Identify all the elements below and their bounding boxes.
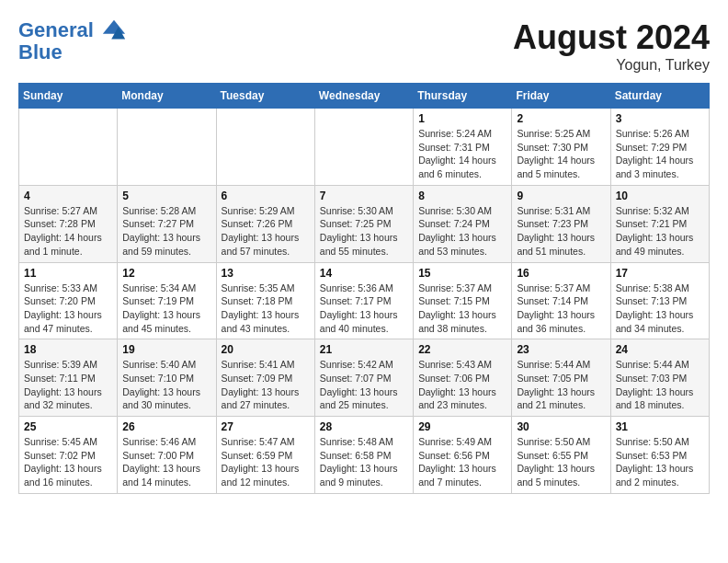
day-info: Sunrise: 5:26 AM Sunset: 7:29 PM Dayligh…: [616, 127, 704, 181]
day-info: Sunrise: 5:49 AM Sunset: 6:56 PM Dayligh…: [418, 435, 506, 489]
calendar-cell: 30Sunrise: 5:50 AM Sunset: 6:55 PM Dayli…: [512, 417, 610, 494]
day-number: 7: [320, 190, 408, 202]
day-number: 28: [320, 420, 408, 433]
svg-marker-0: [103, 20, 125, 34]
calendar-cell: 22Sunrise: 5:43 AM Sunset: 7:06 PM Dayli…: [414, 339, 512, 417]
calendar-cell: 5Sunrise: 5:28 AM Sunset: 7:27 PM Daylig…: [118, 185, 216, 262]
weekday-header-saturday: Saturday: [610, 84, 709, 109]
day-number: 22: [418, 343, 506, 356]
day-info: Sunrise: 5:27 AM Sunset: 7:28 PM Dayligh…: [24, 204, 112, 259]
calendar-cell: 6Sunrise: 5:29 AM Sunset: 7:26 PM Daylig…: [216, 185, 314, 262]
day-info: Sunrise: 5:37 AM Sunset: 7:14 PM Dayligh…: [517, 282, 605, 336]
day-number: 24: [616, 343, 704, 356]
day-info: Sunrise: 5:42 AM Sunset: 7:07 PM Dayligh…: [320, 358, 408, 412]
day-info: Sunrise: 5:39 AM Sunset: 7:11 PM Dayligh…: [24, 358, 112, 412]
calendar-cell: 31Sunrise: 5:50 AM Sunset: 6:53 PM Dayli…: [610, 417, 709, 494]
day-number: 9: [517, 190, 605, 202]
day-number: 6: [222, 190, 310, 202]
day-info: Sunrise: 5:50 AM Sunset: 6:53 PM Dayligh…: [616, 435, 704, 489]
day-number: 5: [122, 190, 210, 202]
calendar-cell: 17Sunrise: 5:38 AM Sunset: 7:13 PM Dayli…: [610, 262, 709, 339]
calendar-cell: 29Sunrise: 5:49 AM Sunset: 6:56 PM Dayli…: [414, 417, 512, 494]
day-info: Sunrise: 5:38 AM Sunset: 7:13 PM Dayligh…: [616, 282, 704, 336]
calendar-table: SundayMondayTuesdayWednesdayThursdayFrid…: [18, 83, 710, 494]
day-info: Sunrise: 5:30 AM Sunset: 7:25 PM Dayligh…: [320, 204, 408, 259]
weekday-header-wednesday: Wednesday: [314, 84, 413, 109]
calendar-cell: [19, 109, 118, 186]
day-info: Sunrise: 5:28 AM Sunset: 7:27 PM Dayligh…: [122, 204, 210, 259]
calendar-cell: 14Sunrise: 5:36 AM Sunset: 7:17 PM Dayli…: [314, 262, 413, 339]
calendar-cell: 8Sunrise: 5:30 AM Sunset: 7:24 PM Daylig…: [414, 185, 512, 262]
calendar-cell: 13Sunrise: 5:35 AM Sunset: 7:18 PM Dayli…: [216, 262, 314, 339]
day-info: Sunrise: 5:40 AM Sunset: 7:10 PM Dayligh…: [122, 358, 210, 412]
day-number: 8: [418, 190, 506, 202]
day-info: Sunrise: 5:33 AM Sunset: 7:20 PM Dayligh…: [24, 282, 112, 336]
day-info: Sunrise: 5:50 AM Sunset: 6:55 PM Dayligh…: [517, 435, 605, 489]
day-info: Sunrise: 5:45 AM Sunset: 7:02 PM Dayligh…: [24, 435, 112, 489]
day-info: Sunrise: 5:32 AM Sunset: 7:21 PM Dayligh…: [616, 204, 704, 259]
day-number: 15: [418, 267, 506, 280]
day-number: 27: [222, 420, 310, 433]
day-info: Sunrise: 5:30 AM Sunset: 7:24 PM Dayligh…: [418, 204, 506, 259]
calendar-cell: 19Sunrise: 5:40 AM Sunset: 7:10 PM Dayli…: [118, 339, 216, 417]
weekday-header-thursday: Thursday: [414, 84, 512, 109]
calendar-cell: 11Sunrise: 5:33 AM Sunset: 7:20 PM Dayli…: [19, 262, 118, 339]
day-number: 17: [616, 267, 704, 280]
logo: General Blue: [18, 18, 127, 64]
day-info: Sunrise: 5:31 AM Sunset: 7:23 PM Dayligh…: [517, 204, 605, 259]
day-number: 10: [616, 190, 704, 202]
calendar-cell: [314, 109, 413, 186]
day-info: Sunrise: 5:44 AM Sunset: 7:05 PM Dayligh…: [517, 358, 605, 412]
calendar-cell: 24Sunrise: 5:44 AM Sunset: 7:03 PM Dayli…: [610, 339, 709, 417]
day-info: Sunrise: 5:36 AM Sunset: 7:17 PM Dayligh…: [320, 282, 408, 336]
location-subtitle: Yogun, Turkey: [513, 57, 710, 74]
day-number: 11: [24, 267, 112, 280]
day-number: 16: [517, 267, 605, 280]
weekday-header-sunday: Sunday: [19, 84, 118, 109]
calendar-cell: 23Sunrise: 5:44 AM Sunset: 7:05 PM Dayli…: [512, 339, 610, 417]
day-number: 18: [24, 343, 112, 356]
day-info: Sunrise: 5:29 AM Sunset: 7:26 PM Dayligh…: [222, 204, 310, 259]
day-info: Sunrise: 5:44 AM Sunset: 7:03 PM Dayligh…: [616, 358, 704, 412]
day-number: 26: [122, 420, 210, 433]
weekday-header-friday: Friday: [512, 84, 610, 109]
day-number: 12: [122, 267, 210, 280]
day-info: Sunrise: 5:34 AM Sunset: 7:19 PM Dayligh…: [122, 282, 210, 336]
calendar-cell: 10Sunrise: 5:32 AM Sunset: 7:21 PM Dayli…: [610, 185, 709, 262]
calendar-cell: 12Sunrise: 5:34 AM Sunset: 7:19 PM Dayli…: [118, 262, 216, 339]
day-info: Sunrise: 5:46 AM Sunset: 7:00 PM Dayligh…: [122, 435, 210, 489]
month-title: August 2024: [513, 18, 710, 57]
day-info: Sunrise: 5:41 AM Sunset: 7:09 PM Dayligh…: [222, 358, 310, 412]
calendar-cell: 27Sunrise: 5:47 AM Sunset: 6:59 PM Dayli…: [216, 417, 314, 494]
day-info: Sunrise: 5:47 AM Sunset: 6:59 PM Dayligh…: [222, 435, 310, 489]
day-number: 1: [418, 112, 506, 125]
day-number: 30: [517, 420, 605, 433]
day-number: 13: [222, 267, 310, 280]
calendar-cell: 25Sunrise: 5:45 AM Sunset: 7:02 PM Dayli…: [19, 417, 118, 494]
day-number: 3: [616, 112, 704, 125]
day-number: 23: [517, 343, 605, 356]
calendar-cell: [216, 109, 314, 186]
calendar-cell: 15Sunrise: 5:37 AM Sunset: 7:15 PM Dayli…: [414, 262, 512, 339]
page-header: General Blue August 2024 Yogun, Turkey: [18, 18, 710, 74]
calendar-cell: 28Sunrise: 5:48 AM Sunset: 6:58 PM Dayli…: [314, 417, 413, 494]
day-info: Sunrise: 5:37 AM Sunset: 7:15 PM Dayligh…: [418, 282, 506, 336]
calendar-cell: 21Sunrise: 5:42 AM Sunset: 7:07 PM Dayli…: [314, 339, 413, 417]
calendar-cell: 26Sunrise: 5:46 AM Sunset: 7:00 PM Dayli…: [118, 417, 216, 494]
day-number: 4: [24, 190, 112, 202]
calendar-cell: 4Sunrise: 5:27 AM Sunset: 7:28 PM Daylig…: [19, 185, 118, 262]
day-info: Sunrise: 5:43 AM Sunset: 7:06 PM Dayligh…: [418, 358, 506, 412]
calendar-cell: 3Sunrise: 5:26 AM Sunset: 7:29 PM Daylig…: [610, 109, 709, 186]
calendar-cell: [118, 109, 216, 186]
calendar-cell: 18Sunrise: 5:39 AM Sunset: 7:11 PM Dayli…: [19, 339, 118, 417]
weekday-header-tuesday: Tuesday: [216, 84, 314, 109]
calendar-cell: 16Sunrise: 5:37 AM Sunset: 7:14 PM Dayli…: [512, 262, 610, 339]
weekday-header-monday: Monday: [118, 84, 216, 109]
calendar-cell: 7Sunrise: 5:30 AM Sunset: 7:25 PM Daylig…: [314, 185, 413, 262]
title-block: August 2024 Yogun, Turkey: [513, 18, 710, 74]
day-number: 19: [122, 343, 210, 356]
day-number: 29: [418, 420, 506, 433]
day-info: Sunrise: 5:48 AM Sunset: 6:58 PM Dayligh…: [320, 435, 408, 489]
day-info: Sunrise: 5:24 AM Sunset: 7:31 PM Dayligh…: [418, 127, 506, 181]
day-number: 14: [320, 267, 408, 280]
